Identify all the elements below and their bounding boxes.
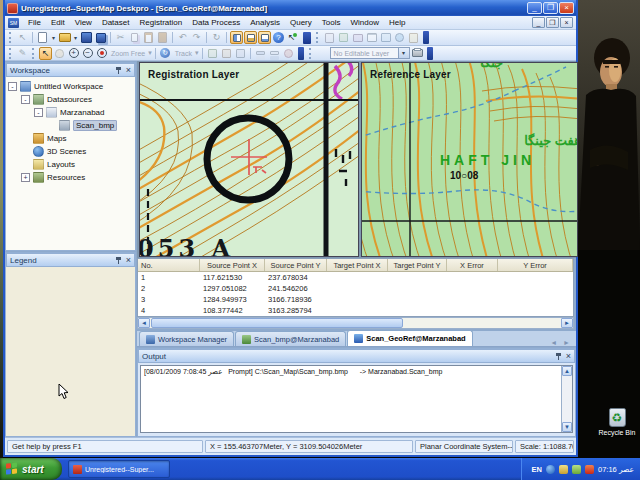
editable-layer-dropdown[interactable]: No Editable Layer ▾ [330,47,410,59]
output-log-area[interactable]: [08/01/2009 7:08:45 عصر Prompt] C:\Scan_… [140,365,573,433]
tab-scan-bmp[interactable]: Scan_bmp@Marzanabad [235,331,346,346]
scrollbar-thumb[interactable] [151,318,403,328]
title-bar[interactable]: Unregistered--SuperMap Deskpro - [Scan_G… [5,0,576,16]
track-label[interactable]: Track [173,50,194,57]
zoom-ratio-icon[interactable] [95,47,108,60]
toolbar-grip[interactable] [309,48,313,59]
paste-special-icon[interactable] [156,31,169,44]
zoom-in-icon[interactable]: + [67,47,80,60]
toolbar-grip[interactable] [32,48,36,59]
layer-down-icon[interactable] [268,47,281,60]
column-header-target-y[interactable]: Target Point Y [388,259,447,271]
pin-icon[interactable] [115,256,122,265]
tray-icon[interactable] [559,465,568,474]
toolbar-overflow-icon[interactable] [298,47,304,60]
open-dropdown-icon[interactable]: ▾ [72,31,79,44]
menu-tools[interactable]: Tools [317,16,346,30]
minimize-button[interactable]: _ [527,2,542,14]
output-panel-toggle-icon[interactable] [258,31,271,44]
tray-icon[interactable] [585,465,594,474]
scroll-right-icon[interactable]: ► [561,318,573,328]
expander-icon[interactable]: - [34,108,43,117]
zoom-free-label[interactable]: Zoom Free [109,50,147,57]
menu-window[interactable]: Window [345,16,383,30]
menu-dataset[interactable]: Dataset [97,16,135,30]
track-dropdown-icon[interactable]: ▾ [195,49,199,57]
menu-analysis[interactable]: Analysis [245,16,285,30]
taskbar-window-button[interactable]: Unregistered--Super... [68,460,170,478]
column-header-source-x[interactable]: Source Point X [200,259,265,271]
menu-query[interactable]: Query [285,16,317,30]
close-button[interactable]: × [559,2,574,14]
layer-style-icon[interactable] [282,47,295,60]
scroll-up-icon[interactable]: ▲ [562,366,572,376]
menu-view[interactable]: View [70,16,97,30]
column-header-no[interactable]: No. [138,259,200,271]
cut-icon[interactable]: ✂ [114,31,127,44]
redo-icon[interactable]: ↷ [190,31,203,44]
expander-icon[interactable]: - [8,82,17,91]
tree-item-datasources[interactable]: - Datasources [6,93,135,106]
print-icon[interactable] [411,47,424,60]
menu-edit[interactable]: Edit [46,16,70,30]
mdi-close-button[interactable]: × [560,17,573,28]
pin-icon[interactable] [555,352,562,361]
paste-icon[interactable] [142,31,155,44]
table-horizontal-scrollbar[interactable]: ◄ ► [137,317,574,329]
menu-file[interactable]: File [23,16,46,30]
toolbar-overflow-icon[interactable] [427,47,433,60]
pin-icon[interactable] [115,66,122,75]
table-row[interactable]: 1 117.621530 237.678034 [138,272,573,283]
layout-new-icon[interactable] [407,31,420,44]
column-header-y-error[interactable]: Y Error [498,259,573,271]
tab-scroll-arrows[interactable]: ◄ ► [550,339,576,346]
tray-icon[interactable] [546,465,555,474]
column-header-source-y[interactable]: Source Point Y [265,259,327,271]
new-icon[interactable] [36,31,49,44]
start-button[interactable]: start [0,458,62,480]
table-row[interactable]: 4 108.377442 3163.285794 [138,305,573,316]
toolbar-grip[interactable] [316,32,320,43]
zoom-free-dropdown-icon[interactable]: ▾ [148,49,152,57]
tree-item-maps[interactable]: Maps [6,132,135,145]
tree-item-layouts[interactable]: Layouts [6,158,135,171]
open-icon[interactable] [58,31,71,44]
map-new-icon[interactable] [379,31,392,44]
recycle-bin[interactable]: ♻ Recycle Bin [594,408,640,436]
tree-item-3d-scenes[interactable]: 3D Scenes [6,145,135,158]
mdi-restore-button[interactable]: ❐ [546,17,559,28]
toolbar-grip[interactable] [9,32,13,43]
select-icon[interactable]: ↖ [16,31,29,44]
table-row[interactable]: 2 1297.051082 241.546206 [138,283,573,294]
column-header-x-error[interactable]: X Error [447,259,498,271]
expander-icon[interactable]: + [21,173,30,182]
table-row[interactable]: 3 1284.949973 3166.718936 [138,294,573,305]
pan-tool-icon[interactable] [53,47,66,60]
save-icon[interactable] [80,31,93,44]
help-icon[interactable]: ? [272,31,285,44]
tab-scan-georef[interactable]: Scan_GeoRef@Marzanabad [347,330,472,346]
tree-item-resources[interactable]: + Resources [6,171,135,184]
reference-map-view[interactable]: Reference Layer جنگا هفت جینگا HAFT JIN … [361,62,578,257]
edit-icon[interactable]: ✎ [16,47,29,60]
tab-workspace-manager[interactable]: Workspace Manager [139,331,234,346]
refresh-icon[interactable]: ↻ [210,31,223,44]
mdi-app-icon[interactable]: SM [8,18,19,28]
close-icon[interactable]: × [126,66,131,75]
close-icon[interactable]: × [566,352,571,361]
copy-icon[interactable] [128,31,141,44]
maximize-button[interactable]: ❐ [543,2,558,14]
column-header-target-x[interactable]: Target Point X [327,259,388,271]
history-icon[interactable]: ↻ [159,47,172,60]
output-vertical-scrollbar[interactable]: ▲ ▼ [561,366,572,432]
workspace-panel-toggle-icon[interactable] [230,31,243,44]
mdi-minimize-button[interactable]: _ [532,17,545,28]
tree-item-marzanabad[interactable]: - Marzanabad [6,106,135,119]
whats-this-icon[interactable]: ↖ [286,31,299,44]
zoom-out-icon[interactable]: − [81,47,94,60]
table-view-icon[interactable] [365,31,378,44]
expander-icon[interactable]: - [21,95,30,104]
registration-map-view[interactable]: Registration Layer 053 A [139,62,359,257]
toolbar-overflow-icon[interactable] [423,31,429,44]
menu-registration[interactable]: Registration [134,16,187,30]
